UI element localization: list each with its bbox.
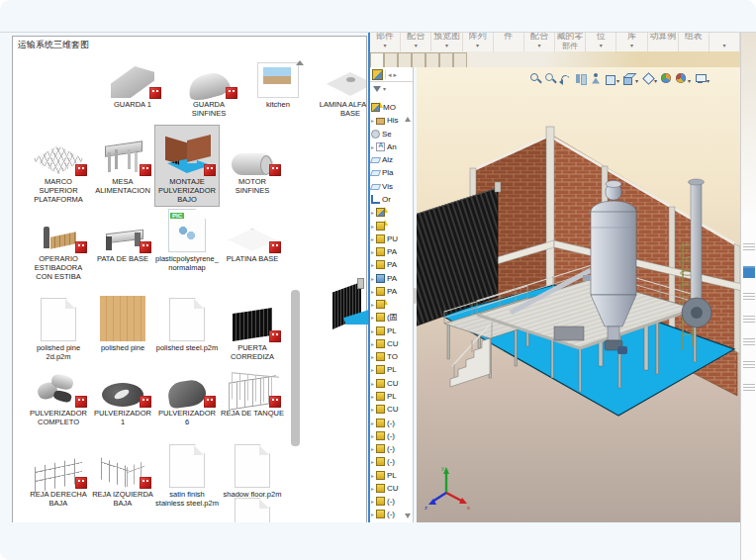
tree-node[interactable]: ▸ PL <box>370 390 413 403</box>
tree-node[interactable]: Vis <box>370 180 413 193</box>
file-item[interactable]: PULVERIZADOR 6 <box>155 365 219 426</box>
feature-tree-panel[interactable]: ◂ ▸ ▾ MO ▸ His <box>370 67 414 522</box>
dropdown-caret-icon[interactable]: ▾ <box>476 43 479 48</box>
view-tool-button[interactable]: ▾ <box>675 72 692 85</box>
strip-file-item[interactable] <box>743 327 756 346</box>
panel-tab-bar[interactable]: ◂ ▸ <box>370 67 413 82</box>
file-thumbnail[interactable] <box>155 126 219 175</box>
file-item[interactable]: polished pine <box>91 284 154 352</box>
ribbon-button[interactable]: 配合 ▾ <box>401 33 431 51</box>
filter-icon[interactable] <box>373 86 381 92</box>
strip-file-list[interactable] <box>742 229 756 395</box>
filter-caret-icon[interactable]: ▾ <box>383 85 386 92</box>
strip-file-item[interactable] <box>743 281 756 301</box>
dropdown-caret-icon[interactable]: ▾ <box>415 43 418 48</box>
tree-scroll-up-icon[interactable] <box>405 117 411 122</box>
view-tool-button[interactable] <box>529 72 542 85</box>
panel-next-icon[interactable]: ▸ <box>394 70 398 79</box>
feature-tree[interactable]: MO ▸ His Se ▸ An <box>370 101 413 521</box>
view-tool-button[interactable] <box>559 72 572 85</box>
tree-node[interactable]: ▸ (-) <box>370 495 413 508</box>
ribbon-button[interactable]: 库 ▾ <box>616 33 647 51</box>
dropdown-caret-icon[interactable]: ▾ <box>707 77 709 84</box>
tree-node[interactable]: ▸ An <box>370 140 413 153</box>
file-item[interactable]: shadow floor.p2m <box>221 440 284 499</box>
dropdown-caret-icon[interactable]: ▾ <box>688 77 691 84</box>
file-thumbnail[interactable] <box>177 58 240 98</box>
file-thumbnail[interactable] <box>155 284 219 341</box>
view-tool-icon[interactable] <box>622 72 635 85</box>
tree-node[interactable]: ▸ PA <box>370 245 413 258</box>
right-file-list-window[interactable] <box>740 33 756 560</box>
command-ribbon[interactable]: 部件 ▾ 配合 ▾ 预览图 ▾ 阵列 ▾ 件 <box>370 33 740 52</box>
file-thumbnail[interactable] <box>221 126 284 175</box>
ribbon-button[interactable]: 组表 <box>679 33 709 51</box>
commandmanager-tab[interactable] <box>425 52 439 67</box>
tree-node[interactable]: ▸ PA <box>370 285 413 298</box>
file-thumbnail[interactable] <box>221 440 284 488</box>
file-thumbnail[interactable] <box>155 440 219 488</box>
file-thumbnail[interactable] <box>221 365 284 407</box>
ribbon-button[interactable]: 动算例 <box>648 33 679 51</box>
scrollbar-thumb[interactable] <box>291 290 300 446</box>
tree-node[interactable]: ▸ PA <box>370 271 413 284</box>
ribbon-button[interactable]: 位 ▾ <box>586 33 616 51</box>
strip-file-item[interactable] <box>743 372 756 392</box>
dropdown-caret-icon[interactable]: ▾ <box>384 43 387 48</box>
viewport-3d[interactable]: y x z <box>417 67 740 522</box>
file-item[interactable]: MESA ALIMENTACION <box>91 126 154 195</box>
view-tool-button[interactable]: ▾ <box>604 72 620 85</box>
tree-node[interactable]: ▸ CU <box>370 403 413 416</box>
view-tool-icon[interactable] <box>641 72 654 85</box>
dropdown-caret-icon[interactable]: ▾ <box>600 43 603 48</box>
file-item[interactable]: REJA DERECHA BAJA <box>27 440 90 508</box>
ribbon-button[interactable]: 部件 ▾ <box>370 33 401 51</box>
dropdown-caret-icon[interactable]: ▾ <box>630 43 633 48</box>
file-item[interactable]: REJA IZQUIERDA BAJA <box>91 440 154 508</box>
tree-node[interactable]: ▸ (-) <box>370 442 413 455</box>
dropdown-caret-icon[interactable]: ▾ <box>635 77 638 84</box>
view-tool-button[interactable] <box>589 72 602 85</box>
view-tool-icon[interactable] <box>589 72 602 85</box>
panel-prev-icon[interactable]: ◂ <box>388 70 392 79</box>
commandmanager-tab[interactable] <box>453 52 467 67</box>
view-tool-button[interactable]: ▾ <box>694 72 710 85</box>
tree-node[interactable]: Or <box>370 193 413 206</box>
view-tool-icon[interactable] <box>675 72 688 85</box>
heads-up-view-toolbar[interactable]: ▾ ▾ ▾ ▾ ▾ <box>529 69 710 87</box>
file-thumbnail[interactable] <box>319 58 367 98</box>
file-item[interactable]: PULVERIZADOR COMPLETO <box>27 365 90 426</box>
commandmanager-tab[interactable] <box>370 52 384 67</box>
file-thumbnail[interactable] <box>221 284 284 341</box>
view-tool-button[interactable] <box>544 72 557 85</box>
file-item[interactable]: PLATINA BASE <box>221 209 284 263</box>
file-item[interactable]: OPERARIO ESTIBADORA CON ESTIBA <box>27 209 90 281</box>
file-library-window[interactable]: 运输系统三维套图 GUARDA 1 GUARDA SINFINES <box>12 36 367 526</box>
dropdown-caret-icon[interactable]: ▾ <box>722 43 725 48</box>
strip-file-item[interactable] <box>743 304 756 324</box>
viewport-3d-scene[interactable]: y x z <box>417 67 740 522</box>
view-tool-button[interactable] <box>660 72 673 85</box>
file-thumbnail[interactable] <box>91 209 154 252</box>
ribbon-button[interactable]: 预览图 ▾ <box>431 33 462 51</box>
dropdown-caret-icon[interactable]: ▾ <box>616 77 619 84</box>
file-thumbnail[interactable] <box>91 126 154 175</box>
view-tool-icon[interactable] <box>559 72 572 85</box>
file-item[interactable]: GUARDA SINFINES <box>177 58 240 118</box>
commandmanager-tab[interactable] <box>398 52 412 67</box>
tree-node[interactable]: ▸ (-) <box>370 416 413 428</box>
file-thumbnail[interactable] <box>27 284 90 341</box>
file-thumbnail[interactable] <box>27 440 90 488</box>
tree-node[interactable]: ▸ (固 <box>370 311 413 324</box>
view-tool-icon[interactable] <box>544 72 557 85</box>
strip-file-item[interactable] <box>743 254 756 278</box>
file-item[interactable]: MARCO SUPERIOR PLATAFORMA <box>27 126 90 204</box>
file-item[interactable]: MONTAJE PULVERIZADOR BAJO <box>155 126 219 206</box>
file-item[interactable]: LAMINA ALFAJOR BASE <box>319 58 367 118</box>
tree-scroll-down-icon[interactable] <box>405 513 411 518</box>
tree-node[interactable]: ▸ PA <box>370 258 413 271</box>
tree-node[interactable]: ▸ <box>370 219 413 232</box>
featuremanager-tab-icon[interactable] <box>372 69 383 80</box>
file-thumbnail[interactable] <box>155 209 219 252</box>
file-thumbnail[interactable] <box>27 126 90 175</box>
